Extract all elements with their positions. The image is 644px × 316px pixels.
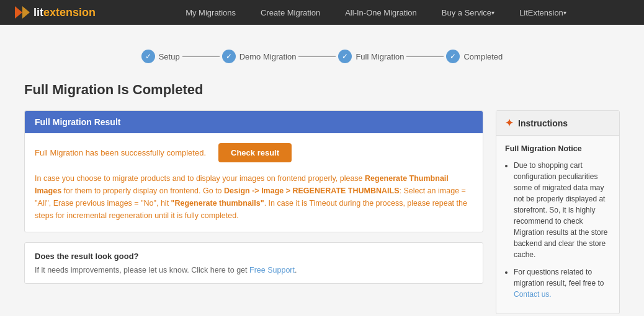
instructions-title: Instructions [518,118,568,128]
result-card-body: Full Migration has been successfully com… [25,133,483,232]
nav-litextension[interactable]: LitExtension [507,0,579,25]
result-check-prefix: If it needs improvements, please let us … [35,266,248,274]
step-completed: ✓ Completed [446,50,503,63]
nav-all-in-one[interactable]: All-In-One Migration [333,0,429,25]
logo-ext-text: extension [43,6,96,19]
instructions-header: ✦ Instructions [496,111,619,136]
logo[interactable]: litextension [12,4,96,21]
svg-marker-0 [15,6,22,19]
progress-steps: ✓ Setup ✓ Demo Migration ✓ Full Migratio… [24,50,620,63]
check-result-button[interactable]: Check result [218,143,292,162]
step-completed-icon: ✓ [446,50,460,63]
instructions-list: Due to shopping cart configuration pecul… [505,160,610,300]
result-check-box: Does the result look good? If it needs i… [24,242,483,284]
result-check-title: Does the result look good? [35,252,473,261]
instructions-card: ✦ Instructions Full Migration Notice Due… [496,110,620,314]
result-check-suffix: . [295,266,297,274]
step-full-icon: ✓ [338,50,352,63]
instructions-item-1: Due to shopping cart configuration pecul… [514,160,610,260]
success-text: Full Migration has been successfully com… [35,148,206,157]
nav-my-migrations[interactable]: My Migrations [173,0,248,25]
design-path: Design -> Image > REGENERATE THUMBNAILS [224,187,399,195]
step-line-2 [298,56,336,57]
instructions-item-2: For questions related to migration resul… [514,266,610,300]
instructions-body: Full Migration Notice Due to shopping ca… [496,136,619,314]
content-layout: Full Migration Result Full Migration has… [24,110,620,314]
nav-create-migration[interactable]: Create Migration [248,0,333,25]
header: litextension My Migrations Create Migrat… [0,0,644,25]
free-support-link[interactable]: Free Support [249,266,295,274]
svg-marker-1 [22,6,30,19]
step-full-label: Full Migration [356,52,404,61]
regenerate-strong-2: "Regenerate thumbnails" [171,199,264,208]
logo-icon [12,4,30,21]
sidebar: ✦ Instructions Full Migration Notice Due… [496,110,620,314]
step-completed-label: Completed [463,52,503,61]
step-demo-icon: ✓ [222,50,236,63]
main-nav: My Migrations Create Migration All-In-On… [120,0,632,25]
step-full-migration: ✓ Full Migration [338,50,404,63]
step-setup-icon: ✓ [141,50,155,63]
step-demo-label: Demo Migration [239,52,297,61]
result-check-text: If it needs improvements, please let us … [35,266,473,274]
result-card: Full Migration Result Full Migration has… [24,110,483,232]
result-card-header: Full Migration Result [25,111,483,133]
info-text: In case you choose to migrate products a… [35,172,473,222]
instructions-icon: ✦ [505,117,513,129]
step-setup: ✓ Setup [141,50,180,63]
success-row: Full Migration has been successfully com… [35,143,473,162]
nav-buy-service[interactable]: Buy a Service [429,0,507,25]
logo-lit-text: lit [34,6,43,19]
step-line-3 [406,56,444,57]
content-main: Full Migration Result Full Migration has… [24,110,483,284]
main-content: ✓ Setup ✓ Demo Migration ✓ Full Migratio… [12,25,632,316]
step-setup-label: Setup [159,52,180,61]
page-title: Full Migration Is Completed [24,82,620,98]
contact-us-link[interactable]: Contact us. [514,290,552,299]
instructions-item-2-text: For questions related to migration resul… [514,268,604,287]
instructions-notice-title: Full Migration Notice [505,143,610,155]
step-demo: ✓ Demo Migration [222,50,297,63]
step-line-1 [182,56,220,57]
